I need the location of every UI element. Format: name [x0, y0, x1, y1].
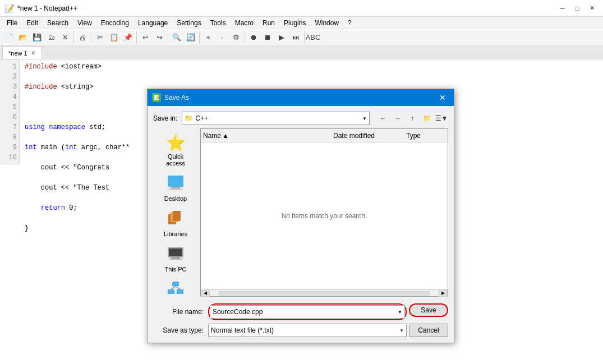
quick-access-label: Quick access: [159, 153, 192, 167]
file-name-input[interactable]: SourceCode.cpp ▼: [210, 305, 405, 319]
scroll-right-button[interactable]: ▶: [439, 290, 448, 297]
sidebar: ⭐ Quick access Desktop: [153, 128, 198, 297]
cancel-button[interactable]: Cancel: [409, 324, 448, 337]
col-date[interactable]: Date modified: [333, 132, 406, 140]
tb-separator-1: [73, 32, 74, 43]
replace-button[interactable]: 🔄: [184, 31, 197, 44]
paste-button[interactable]: 📌: [121, 31, 135, 44]
menu-edit[interactable]: Edit: [22, 17, 43, 29]
save-as-type-value: Normal text file (*.txt): [211, 326, 274, 334]
zoom-out-button[interactable]: -: [215, 31, 229, 44]
network-icon: [167, 280, 185, 297]
undo-button[interactable]: ↩: [139, 31, 152, 44]
new-file-button[interactable]: 📄: [2, 31, 16, 44]
line-numbers: 1 2 3 4 5 6 7 8 9 10: [0, 59, 20, 165]
sidebar-item-quick-access[interactable]: ⭐ Quick access: [156, 131, 195, 169]
dialog-title-bar: 📝 Save As ✕: [148, 89, 454, 106]
title-bar: 📝 *new 1 - Notepad++ ─ □ ✕: [0, 0, 603, 17]
macro-record-button[interactable]: ⏺: [247, 31, 260, 44]
save-in-combo[interactable]: 📁 C++ ▼: [182, 112, 370, 125]
file-name-input-container: SourceCode.cpp ▼ Save: [208, 303, 448, 320]
save-in-label: Save in:: [153, 114, 177, 122]
menu-plugins[interactable]: Plugins: [279, 17, 310, 29]
sidebar-item-desktop[interactable]: Desktop: [156, 172, 195, 205]
menu-tools[interactable]: Tools: [206, 17, 231, 29]
forward-nav-button[interactable]: →: [391, 112, 404, 125]
col-date-label: Date modified: [333, 132, 375, 140]
cut-button[interactable]: ✂: [93, 31, 107, 44]
scrollbar-track[interactable]: [219, 291, 430, 296]
tab-bar: *new 1 ✕: [0, 46, 603, 59]
this-pc-icon: [167, 245, 185, 265]
svg-rect-9: [169, 259, 182, 260]
menu-window[interactable]: Window: [310, 17, 343, 29]
dialog-close-button[interactable]: ✕: [436, 91, 449, 104]
save-all-button[interactable]: 🗂: [44, 31, 58, 44]
menu-settings[interactable]: Settings: [172, 17, 205, 29]
zoom-in-button[interactable]: +: [201, 31, 215, 44]
col-type-label: Type: [406, 132, 421, 140]
svg-rect-0: [168, 176, 183, 187]
save-as-type-combo[interactable]: Normal text file (*.txt) ▼: [208, 324, 407, 337]
file-list-content: No items match your search.: [201, 142, 448, 289]
new-folder-button[interactable]: 📁: [420, 112, 434, 125]
menu-run[interactable]: Run: [258, 17, 279, 29]
copy-button[interactable]: 📋: [107, 31, 121, 44]
open-button[interactable]: 📂: [16, 31, 30, 44]
folder-icon: 📁: [185, 114, 193, 122]
minimize-button[interactable]: ─: [556, 2, 569, 15]
spell-check-button[interactable]: ABC: [306, 31, 320, 44]
redo-button[interactable]: ↪: [153, 31, 166, 44]
svg-rect-10: [172, 282, 179, 286]
title-bar-left: 📝 *new 1 - Notepad++: [4, 4, 77, 13]
tab-new1[interactable]: *new 1 ✕: [2, 47, 42, 59]
tab-close-button[interactable]: ✕: [30, 50, 36, 56]
col-type[interactable]: Type: [406, 132, 445, 140]
print-button[interactable]: 🖨: [76, 31, 89, 44]
tb-separator-7: [304, 32, 305, 43]
svg-rect-5: [173, 211, 181, 221]
save-in-value: C++: [195, 114, 208, 122]
save-file-button[interactable]: Save: [409, 303, 448, 317]
sidebar-item-network[interactable]: Network: [156, 278, 195, 297]
close-button[interactable]: ✕: [585, 2, 599, 15]
tab-label: *new 1: [8, 50, 27, 57]
svg-rect-2: [169, 188, 182, 190]
nav-toolbar: ← → ↑ 📁 ☰▼: [376, 112, 448, 125]
sidebar-item-this-pc[interactable]: This PC: [156, 242, 195, 275]
file-list-header: Name ▲ Date modified Type: [201, 129, 448, 142]
macro-stop-button[interactable]: ⏹: [261, 31, 274, 44]
file-name-value: SourceCode.cpp: [213, 308, 263, 316]
menu-file[interactable]: File: [2, 17, 22, 29]
save-button[interactable]: 💾: [30, 31, 44, 44]
up-nav-button[interactable]: ↑: [406, 112, 419, 125]
svg-line-13: [171, 286, 176, 289]
tb-separator-5: [199, 32, 200, 43]
svg-line-14: [176, 286, 180, 289]
back-nav-button[interactable]: ←: [376, 112, 390, 125]
svg-rect-7: [169, 248, 182, 256]
menu-macro[interactable]: Macro: [231, 17, 258, 29]
menu-help[interactable]: ?: [343, 17, 356, 29]
libraries-icon: [167, 210, 184, 229]
menu-language[interactable]: Language: [134, 17, 172, 29]
find-button[interactable]: 🔍: [170, 31, 183, 44]
file-name-highlight: SourceCode.cpp ▼: [208, 303, 407, 320]
menu-view[interactable]: View: [73, 17, 96, 29]
file-name-dropdown-arrow: ▼: [398, 310, 402, 315]
menu-encoding[interactable]: Encoding: [96, 17, 134, 29]
macro-play-button[interactable]: ▶: [275, 31, 288, 44]
menu-search[interactable]: Search: [43, 17, 73, 29]
close-button-tb[interactable]: ✕: [58, 31, 72, 44]
scroll-left-button[interactable]: ◀: [201, 290, 210, 297]
macro-save-button[interactable]: ⏭: [289, 31, 302, 44]
tb-btn-extra1[interactable]: ⚙: [229, 31, 243, 44]
maximize-button[interactable]: □: [570, 2, 584, 15]
sidebar-item-libraries[interactable]: Libraries: [156, 207, 195, 240]
desktop-icon: [167, 174, 185, 194]
col-name[interactable]: Name ▲: [203, 132, 333, 140]
app-title: *new 1 - Notepad++: [17, 4, 77, 12]
save-as-dialog: 📝 Save As ✕ Save in: 📁 C++ ▼ ← → ↑ 📁: [147, 89, 454, 343]
view-button[interactable]: ☰▼: [435, 112, 448, 125]
tb-separator-2: [91, 32, 91, 43]
